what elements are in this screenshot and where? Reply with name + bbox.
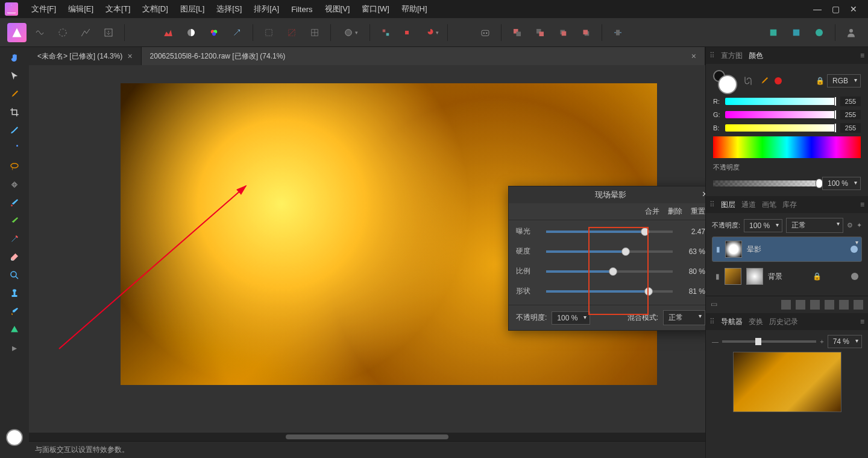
delete-layer-icon[interactable] xyxy=(854,300,863,310)
navigator-preview[interactable] xyxy=(733,352,841,412)
auto-contrast-button[interactable] xyxy=(181,23,201,42)
healing-tool[interactable] xyxy=(4,176,25,193)
auto-colors-button[interactable] xyxy=(204,23,224,42)
group-icon[interactable] xyxy=(825,300,834,310)
layer-blend-select[interactable]: 正常 xyxy=(786,218,843,233)
mask-icon[interactable] xyxy=(781,300,791,310)
menu-filters[interactable]: Filters xyxy=(285,0,318,18)
layer-toggle-icon[interactable]: ▮ xyxy=(716,245,720,253)
opacity-slider[interactable] xyxy=(713,180,817,186)
account-button[interactable] xyxy=(841,23,861,42)
blend-mode-select[interactable]: 正常 xyxy=(663,310,705,325)
document-tab-1[interactable]: <未命名> [已修改] (14.3%) × xyxy=(29,47,142,65)
shape-slider[interactable] xyxy=(546,290,673,293)
tab-histogram[interactable]: 直方图 xyxy=(721,51,743,61)
clone-tool[interactable] xyxy=(4,140,25,157)
add-layer-button[interactable] xyxy=(764,23,783,42)
force-pixel-button[interactable] xyxy=(399,23,418,42)
add-mask-button[interactable] xyxy=(787,23,806,42)
align-button[interactable] xyxy=(608,23,627,42)
color-picker-tool[interactable] xyxy=(4,86,25,103)
menu-text[interactable]: 文本[T] xyxy=(99,0,136,18)
tab-brushes[interactable]: 画笔 xyxy=(762,200,776,210)
layer-filter-icon[interactable]: ▭ xyxy=(711,300,717,310)
lock-icon[interactable]: 🔒 xyxy=(813,272,822,281)
exposure-slider[interactable] xyxy=(546,231,673,233)
paint-tool[interactable] xyxy=(4,303,25,320)
move-tool[interactable] xyxy=(4,68,25,84)
menu-layer[interactable]: 图层[L] xyxy=(174,0,210,18)
hand-tool[interactable] xyxy=(4,49,25,66)
layer-item-vignette[interactable]: ▮ 晕影 xyxy=(712,237,862,262)
horizontal-scrollbar[interactable] xyxy=(29,433,705,441)
persona-liquify[interactable] xyxy=(30,23,49,42)
close-icon[interactable]: × xyxy=(691,51,696,61)
panel-menu-icon[interactable]: ≡ xyxy=(860,200,864,209)
arrange-back-button[interactable] xyxy=(508,23,527,42)
scale-slider[interactable] xyxy=(546,270,673,273)
arrange-backward-button[interactable] xyxy=(576,23,596,42)
opacity-value[interactable]: 100 % xyxy=(822,177,861,190)
snap-toggle-button[interactable]: ▾ xyxy=(422,23,441,42)
minimize-button[interactable]: — xyxy=(813,4,822,14)
tab-color[interactable]: 颜色 xyxy=(749,51,763,61)
selection-grid-button[interactable] xyxy=(305,23,324,42)
fx-icon[interactable] xyxy=(810,300,820,310)
hue-strip[interactable] xyxy=(713,136,861,158)
brush-tool[interactable] xyxy=(4,122,25,139)
dialog-title-bar[interactable]: 现场晕影 × xyxy=(509,186,705,203)
foreground-color[interactable] xyxy=(6,429,23,446)
persona-tone[interactable] xyxy=(76,23,95,42)
crop-tool[interactable] xyxy=(4,104,25,121)
dodge-tool[interactable] xyxy=(4,212,25,229)
tab-transform[interactable]: 变换 xyxy=(749,317,763,327)
fx-icon[interactable]: ✦ xyxy=(857,221,862,229)
swap-colors-icon[interactable] xyxy=(742,75,754,87)
b-slider[interactable] xyxy=(725,124,837,132)
auto-levels-button[interactable] xyxy=(159,23,178,42)
layer-toggle-icon[interactable]: ▮ xyxy=(715,272,720,281)
arrange-front-button[interactable] xyxy=(530,23,550,42)
color-mode-select[interactable]: RGB xyxy=(827,74,861,87)
menu-edit[interactable]: 编辑[E] xyxy=(62,0,99,18)
menu-help[interactable]: 帮助[H] xyxy=(395,0,433,18)
g-slider[interactable] xyxy=(725,111,837,118)
selection-invert-button[interactable] xyxy=(282,23,301,42)
persona-export[interactable] xyxy=(99,23,118,42)
lasso-tool[interactable] xyxy=(4,158,25,175)
zoom-out-icon[interactable]: — xyxy=(712,338,719,345)
add-layer-icon[interactable] xyxy=(839,300,849,310)
close-icon[interactable]: × xyxy=(127,51,132,61)
close-window-button[interactable]: ✕ xyxy=(849,4,858,14)
g-value[interactable]: 255 xyxy=(840,110,861,119)
arrange-forward-button[interactable] xyxy=(553,23,573,42)
eyedropper-icon[interactable] xyxy=(759,75,770,86)
gear-icon[interactable]: ⚙ xyxy=(847,221,853,229)
menu-arrange[interactable]: 排列[A] xyxy=(248,0,285,18)
merge-button[interactable]: 合并 xyxy=(645,206,659,217)
panel-menu-icon[interactable]: ≡ xyxy=(860,51,864,60)
maximize-button[interactable]: ▢ xyxy=(831,4,840,14)
persona-photo[interactable] xyxy=(7,23,27,42)
tab-navigator[interactable]: 导航器 xyxy=(721,317,743,327)
close-icon[interactable]: × xyxy=(702,189,705,200)
auto-wb-button[interactable] xyxy=(227,23,247,42)
eraser-tool[interactable] xyxy=(4,249,25,266)
zoom-tool[interactable] xyxy=(4,267,25,284)
b-value[interactable]: 255 xyxy=(840,123,861,133)
menu-file[interactable]: 文件[F] xyxy=(25,0,62,18)
snap-button[interactable] xyxy=(376,23,395,42)
stamp-tool[interactable] xyxy=(4,285,25,302)
menu-window[interactable]: 窗口[W] xyxy=(356,0,395,18)
selection-rect-button[interactable] xyxy=(259,23,278,42)
tab-layers[interactable]: 图层 xyxy=(721,200,735,210)
visibility-icon[interactable] xyxy=(851,246,858,253)
zoom-slider[interactable] xyxy=(722,340,816,343)
visibility-icon[interactable] xyxy=(851,273,858,280)
lock-icon[interactable]: 🔒 xyxy=(816,77,825,85)
zoom-value[interactable]: 74 % xyxy=(828,335,862,348)
document-tab-2[interactable]: 200625105l8-6-1200.raw [已修改] (74.1%) × xyxy=(142,47,705,65)
sharpen-tool[interactable] xyxy=(4,231,25,247)
mesh-tool[interactable] xyxy=(4,321,25,338)
opacity-select[interactable]: 100 % xyxy=(552,311,590,325)
